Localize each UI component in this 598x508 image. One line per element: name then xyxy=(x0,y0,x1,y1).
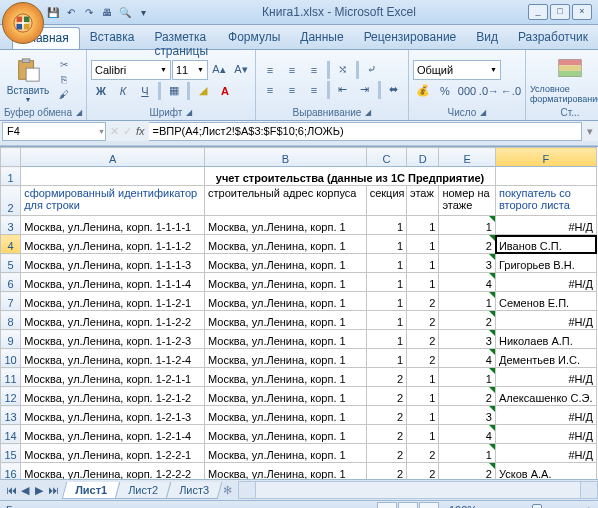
cell-E6[interactable]: 4 xyxy=(439,273,496,292)
cell-C4[interactable]: 1 xyxy=(366,235,406,254)
row-header-3[interactable]: 3 xyxy=(1,216,21,235)
cell-E9[interactable]: 3 xyxy=(439,330,496,349)
cell-F8[interactable]: #Н/Д xyxy=(495,311,596,330)
cell-E4[interactable]: 2 xyxy=(439,235,496,254)
row-header-9[interactable]: 9 xyxy=(1,330,21,349)
cell-A12[interactable]: Москва, ул.Ленина, корп. 1-2-1-2 xyxy=(21,387,205,406)
maximize-button[interactable]: □ xyxy=(550,4,570,20)
wrap-text-icon[interactable]: ⤶ xyxy=(362,61,382,79)
cell-A15[interactable]: Москва, ул.Ленина, корп. 1-2-2-1 xyxy=(21,444,205,463)
copy-icon[interactable]: ⎘ xyxy=(56,73,72,87)
cell-F4[interactable]: Иванов С.П. xyxy=(495,235,596,254)
ribbon-tab-6[interactable]: Вид xyxy=(466,25,508,49)
cell-E15[interactable]: 1 xyxy=(439,444,496,463)
cell-E14[interactable]: 4 xyxy=(439,425,496,444)
sheet-tab-Лист1[interactable]: Лист1 xyxy=(62,482,121,499)
worksheet[interactable]: ABCDEF1учет строительства (данные из 1С … xyxy=(0,147,598,479)
cell-C9[interactable]: 1 xyxy=(366,330,406,349)
cell-A6[interactable]: Москва, ул.Ленина, корп. 1-1-1-4 xyxy=(21,273,205,292)
cell-B3[interactable]: Москва, ул.Ленина, корп. 1 xyxy=(205,216,367,235)
cell-A14[interactable]: Москва, ул.Ленина, корп. 1-2-1-4 xyxy=(21,425,205,444)
grow-font-icon[interactable]: A▴ xyxy=(209,61,229,79)
row-header-8[interactable]: 8 xyxy=(1,311,21,330)
row-header-6[interactable]: 6 xyxy=(1,273,21,292)
cell-F16[interactable]: Усков А.А. xyxy=(495,463,596,480)
cell-E13[interactable]: 3 xyxy=(439,406,496,425)
cell-A2[interactable]: сформированный идентификатор для строки xyxy=(21,186,205,216)
qat-redo-icon[interactable]: ↷ xyxy=(82,5,96,19)
cell-F14[interactable]: #Н/Д xyxy=(495,425,596,444)
row-header-13[interactable]: 13 xyxy=(1,406,21,425)
cell-C12[interactable]: 2 xyxy=(366,387,406,406)
cell-D15[interactable]: 2 xyxy=(407,444,439,463)
cell-E11[interactable]: 1 xyxy=(439,368,496,387)
zoom-in-icon[interactable]: + xyxy=(586,504,592,508)
cell-C3[interactable]: 1 xyxy=(366,216,406,235)
qat-more-icon[interactable]: ▾ xyxy=(136,5,150,19)
cell-D7[interactable]: 2 xyxy=(407,292,439,311)
launcher-icon[interactable]: ◢ xyxy=(480,108,486,117)
sheet-tab-Лист3[interactable]: Лист3 xyxy=(166,482,223,499)
cell-E5[interactable]: 3 xyxy=(439,254,496,273)
cancel-formula-icon[interactable]: ✕ xyxy=(110,125,119,138)
cell-D11[interactable]: 1 xyxy=(407,368,439,387)
ribbon-tab-1[interactable]: Вставка xyxy=(80,25,145,49)
cell-F5[interactable]: Григорьев В.Н. xyxy=(495,254,596,273)
zoom-out-icon[interactable]: − xyxy=(481,504,487,508)
merge-icon[interactable]: ⬌ xyxy=(384,81,404,99)
cell-C13[interactable]: 2 xyxy=(366,406,406,425)
align-bottom-icon[interactable]: ≡ xyxy=(304,61,324,79)
comma-icon[interactable]: 000 xyxy=(457,82,477,100)
cell-merged-title[interactable]: учет строительства (данные из 1С Предпри… xyxy=(205,167,496,186)
dec-decimal-icon[interactable]: ←.0 xyxy=(501,82,521,100)
align-center-icon[interactable]: ≡ xyxy=(282,81,302,99)
cell-E12[interactable]: 2 xyxy=(439,387,496,406)
office-button[interactable] xyxy=(2,2,44,44)
cell-B14[interactable]: Москва, ул.Ленина, корп. 1 xyxy=(205,425,367,444)
cell-D12[interactable]: 1 xyxy=(407,387,439,406)
row-header-14[interactable]: 14 xyxy=(1,425,21,444)
view-pagebreak-icon[interactable] xyxy=(419,502,439,508)
cell-C14[interactable]: 2 xyxy=(366,425,406,444)
select-all[interactable] xyxy=(1,148,21,167)
cell-F9[interactable]: Николаев А.П. xyxy=(495,330,596,349)
border-icon[interactable]: ▦ xyxy=(164,82,184,100)
cell-A16[interactable]: Москва, ул.Ленина, корп. 1-2-2-2 xyxy=(21,463,205,480)
cell-B5[interactable]: Москва, ул.Ленина, корп. 1 xyxy=(205,254,367,273)
row-header-5[interactable]: 5 xyxy=(1,254,21,273)
cell-E7[interactable]: 1 xyxy=(439,292,496,311)
cell-D8[interactable]: 2 xyxy=(407,311,439,330)
orientation-icon[interactable]: ⤭ xyxy=(333,61,353,79)
fx-icon[interactable]: fx xyxy=(136,125,145,137)
tab-nav-first-icon[interactable]: ⏮ xyxy=(4,484,18,497)
cell-A9[interactable]: Москва, ул.Ленина, корп. 1-1-2-3 xyxy=(21,330,205,349)
cell-D5[interactable]: 1 xyxy=(407,254,439,273)
cell-B16[interactable]: Москва, ул.Ленина, корп. 1 xyxy=(205,463,367,480)
ribbon-tab-5[interactable]: Рецензирование xyxy=(354,25,467,49)
cell-C8[interactable]: 1 xyxy=(366,311,406,330)
cell-F1[interactable] xyxy=(495,167,596,186)
row-header-15[interactable]: 15 xyxy=(1,444,21,463)
horizontal-scrollbar[interactable] xyxy=(238,481,598,499)
cell-C5[interactable]: 1 xyxy=(366,254,406,273)
align-middle-icon[interactable]: ≡ xyxy=(282,61,302,79)
name-box[interactable]: F4▼ xyxy=(2,122,106,141)
font-size-select[interactable]: 11▼ xyxy=(172,60,208,80)
tab-nav-prev-icon[interactable]: ◀ xyxy=(18,484,32,497)
col-header-C[interactable]: C xyxy=(366,148,406,167)
enter-formula-icon[interactable]: ✓ xyxy=(123,125,132,138)
fill-color-icon[interactable]: ◢ xyxy=(193,82,213,100)
cell-D10[interactable]: 2 xyxy=(407,349,439,368)
conditional-formatting-button[interactable]: Условное форматирование ▾ xyxy=(530,56,598,104)
cell-C11[interactable]: 2 xyxy=(366,368,406,387)
tab-nav-next-icon[interactable]: ▶ xyxy=(32,484,46,497)
cell-F11[interactable]: #Н/Д xyxy=(495,368,596,387)
underline-icon[interactable]: Ч xyxy=(135,82,155,100)
cell-F10[interactable]: Дементьев И.С. xyxy=(495,349,596,368)
col-header-D[interactable]: D xyxy=(407,148,439,167)
cell-B8[interactable]: Москва, ул.Ленина, корп. 1 xyxy=(205,311,367,330)
cell-C15[interactable]: 2 xyxy=(366,444,406,463)
view-normal-icon[interactable] xyxy=(377,502,397,508)
view-layout-icon[interactable] xyxy=(398,502,418,508)
row-header-2[interactable]: 2 xyxy=(1,186,21,216)
